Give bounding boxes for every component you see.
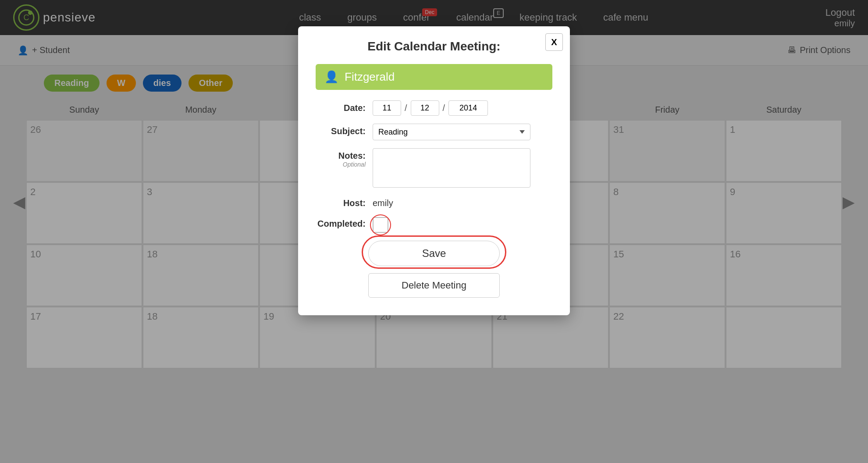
- student-field[interactable]: 👤 Fitzgerald: [316, 64, 552, 90]
- subject-select[interactable]: Reading Writing Math Science Social Stud…: [373, 124, 530, 140]
- notes-label: Notes: Optional: [316, 148, 373, 168]
- completed-row: Completed:: [316, 216, 552, 233]
- delete-meeting-button[interactable]: Delete Meeting: [368, 273, 500, 298]
- host-row: Host: emily: [316, 196, 552, 208]
- student-name: Fitzgerald: [345, 70, 395, 84]
- notes-row: Notes: Optional: [316, 148, 552, 188]
- date-row: Date: / /: [316, 100, 552, 116]
- subject-label: Subject:: [316, 124, 373, 136]
- subject-row: Subject: Reading Writing Math Science So…: [316, 124, 552, 140]
- date-day-input[interactable]: [411, 100, 439, 116]
- date-year-input[interactable]: [448, 100, 488, 116]
- date-sep-1: /: [405, 103, 407, 113]
- date-label: Date:: [316, 100, 373, 113]
- host-value: emily: [373, 196, 393, 208]
- modal-close-button[interactable]: X: [545, 33, 563, 51]
- date-month-input[interactable]: [373, 100, 401, 116]
- host-label: Host:: [316, 196, 373, 208]
- date-inputs: / /: [373, 100, 488, 116]
- date-sep-2: /: [443, 103, 445, 113]
- edit-meeting-modal: X Edit Calendar Meeting: 👤 Fitzgerald Da…: [298, 26, 570, 315]
- modal-title: Edit Calendar Meeting:: [316, 39, 552, 53]
- notes-optional: Optional: [316, 161, 366, 168]
- student-icon: 👤: [324, 70, 338, 84]
- save-button-wrapper: Save: [316, 241, 552, 266]
- save-button[interactable]: Save: [368, 241, 500, 266]
- completed-label: Completed:: [316, 216, 373, 229]
- notes-textarea[interactable]: [373, 148, 530, 188]
- completed-checkbox[interactable]: [373, 217, 388, 233]
- completed-checkbox-ring: [370, 214, 391, 235]
